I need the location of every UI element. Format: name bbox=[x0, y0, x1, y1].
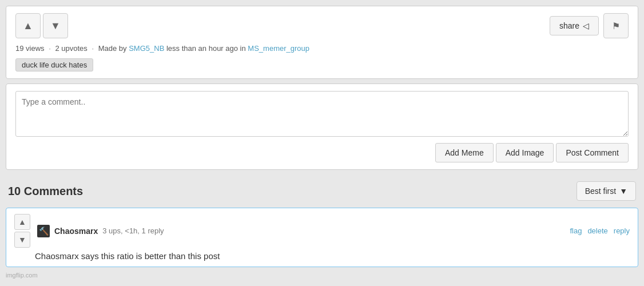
post-comment-label: Post Comment bbox=[566, 148, 619, 157]
upvotes-count: 2 upvotes bbox=[55, 44, 87, 53]
post-tag[interactable]: duck life duck hates bbox=[15, 58, 93, 72]
views-count: 19 views bbox=[15, 44, 45, 53]
post-meta: 19 views · 2 upvotes · Made by SMG5_NB l… bbox=[15, 44, 629, 53]
post-actions: share ◁ ⚑ bbox=[550, 13, 629, 38]
main-container: ▲ ▼ share ◁ ⚑ 19 views · 2 upvotes · bbox=[0, 0, 644, 286]
comment-actions-right: flag delete reply bbox=[570, 227, 630, 235]
comment-top: ▲ ▼ 🔨 Chaosmarx 3 ups, <1h, 1 reply flag… bbox=[14, 214, 630, 248]
author-link[interactable]: SMG5_NB bbox=[129, 44, 164, 53]
downvote-button[interactable]: ▼ bbox=[43, 13, 68, 38]
comment-votes: ▲ ▼ bbox=[14, 214, 30, 248]
avatar: 🔨 bbox=[37, 225, 50, 237]
comment-stats: 3 ups, <1h, 1 reply bbox=[102, 227, 164, 235]
add-meme-label: Add Meme bbox=[445, 148, 484, 157]
add-meme-button[interactable]: Add Meme bbox=[435, 143, 494, 162]
comment-downvote-icon: ▼ bbox=[18, 235, 26, 244]
comments-count: 10 Comments bbox=[8, 185, 83, 198]
sort-label: Best first bbox=[585, 186, 616, 196]
post-header: ▲ ▼ share ◁ ⚑ bbox=[15, 13, 629, 38]
comment-username[interactable]: Chaosmarx bbox=[54, 227, 98, 236]
comment-textarea[interactable] bbox=[15, 91, 629, 137]
flag-button[interactable]: ⚑ bbox=[603, 13, 629, 38]
time-label: less than an hour ago in bbox=[166, 44, 248, 53]
separator2: · bbox=[92, 44, 94, 53]
comment-downvote-button[interactable]: ▼ bbox=[14, 232, 30, 248]
sort-arrow-icon: ▼ bbox=[619, 186, 627, 196]
comments-section: 10 Comments Best first ▼ ▲ ▼ bbox=[6, 174, 638, 281]
comments-header: 10 Comments Best first ▼ bbox=[6, 174, 638, 208]
tag-container: duck life duck hates bbox=[15, 58, 629, 72]
upvote-button[interactable]: ▲ bbox=[15, 13, 41, 38]
comment-item: ▲ ▼ 🔨 Chaosmarx 3 ups, <1h, 1 reply flag… bbox=[6, 208, 638, 267]
comment-body: Chaosmarx says this ratio is better than… bbox=[14, 251, 630, 261]
avatar-icon: 🔨 bbox=[39, 227, 49, 236]
add-image-label: Add Image bbox=[506, 148, 544, 157]
comment-card: Add Meme Add Image Post Comment bbox=[6, 84, 638, 170]
post-card: ▲ ▼ share ◁ ⚑ 19 views · 2 upvotes · bbox=[6, 6, 638, 79]
comment-upvote-icon: ▲ bbox=[18, 217, 26, 227]
flag-icon: ⚑ bbox=[612, 21, 620, 31]
separator1: · bbox=[49, 44, 51, 53]
share-button[interactable]: share ◁ bbox=[550, 16, 599, 35]
group-link[interactable]: MS_memer_group bbox=[248, 44, 309, 53]
comment-left: ▲ ▼ 🔨 Chaosmarx 3 ups, <1h, 1 reply bbox=[14, 214, 164, 248]
share-icon: ◁ bbox=[583, 21, 589, 30]
comment-buttons: Add Meme Add Image Post Comment bbox=[15, 143, 629, 162]
comment-upvote-button[interactable]: ▲ bbox=[14, 214, 30, 230]
comment-flag-link[interactable]: flag bbox=[570, 227, 582, 235]
made-by-label: Made by bbox=[98, 44, 127, 53]
watermark: imgflip.com bbox=[6, 269, 638, 281]
post-comment-button[interactable]: Post Comment bbox=[556, 143, 629, 162]
vote-buttons: ▲ ▼ bbox=[15, 13, 68, 38]
downvote-icon: ▼ bbox=[50, 20, 61, 32]
upvote-icon: ▲ bbox=[23, 20, 33, 32]
comment-reply-link[interactable]: reply bbox=[614, 227, 630, 235]
share-label: share bbox=[559, 21, 579, 30]
sort-dropdown[interactable]: Best first ▼ bbox=[577, 181, 636, 201]
add-image-button[interactable]: Add Image bbox=[496, 143, 554, 162]
comment-delete-link[interactable]: delete bbox=[587, 227, 607, 235]
